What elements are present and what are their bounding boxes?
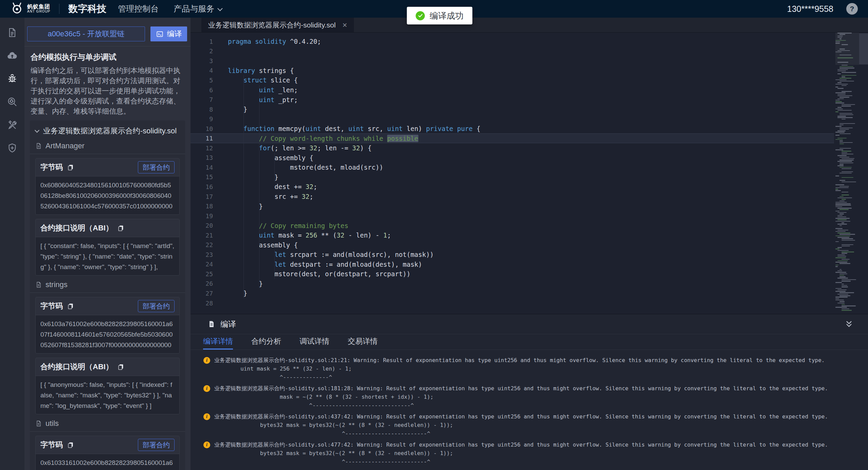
line-number: 21 bbox=[191, 232, 213, 239]
bytecode-label: 字节码 bbox=[40, 301, 63, 311]
tree-file-item-strings[interactable]: strings bbox=[30, 276, 185, 293]
tools-icon[interactable] bbox=[7, 119, 18, 130]
code-line[interactable]: 14 mstore(dest, mload(src)) bbox=[191, 163, 834, 172]
code-text: let destpart := and(mload(dest), mask) bbox=[228, 261, 422, 268]
deploy-contract-button[interactable]: 部署合约 bbox=[138, 300, 175, 312]
account-phone[interactable]: 130****9558 bbox=[787, 4, 833, 14]
minimap[interactable] bbox=[835, 33, 859, 314]
tree-root-file[interactable]: 业务逻辑数据浏览器展示合约-solidity.sol bbox=[30, 120, 185, 137]
line-number: 5 bbox=[191, 77, 213, 84]
code-line[interactable]: 11 // Copy word-length chunks while poss… bbox=[191, 133, 834, 143]
code-line[interactable]: 2 bbox=[191, 46, 834, 56]
copy-icon[interactable] bbox=[117, 225, 124, 232]
scrollbar-thumb[interactable] bbox=[859, 33, 868, 64]
editor-tab-bar: 业务逻辑数据浏览器展示合约-solidity.sol × bbox=[191, 18, 868, 33]
copy-icon[interactable] bbox=[67, 164, 74, 171]
line-number: 27 bbox=[191, 290, 213, 297]
code-line[interactable]: 6 uint _len; bbox=[191, 85, 834, 95]
code-line[interactable]: 17 src += 32; bbox=[191, 192, 834, 202]
deploy-contract-button[interactable]: 部署合约 bbox=[138, 161, 175, 173]
warning-item: i业务逻辑数据浏览器展示合约-solidity.sol:477:42: Warn… bbox=[203, 440, 868, 466]
code-line[interactable]: 18 } bbox=[191, 201, 834, 211]
code-line[interactable]: 4library strings { bbox=[191, 66, 834, 76]
output-tabs: 编译详情合约分析调试详情交易详情 bbox=[191, 334, 868, 350]
code-text: // Copy remaining bytes bbox=[228, 222, 348, 229]
code-line[interactable]: 8 } bbox=[191, 105, 834, 114]
minimap-viewport[interactable] bbox=[835, 33, 859, 65]
copy-icon[interactable] bbox=[67, 441, 74, 449]
code-line[interactable]: 24 let destpart := and(mload(dest), mask… bbox=[191, 260, 834, 269]
cloud-upload-icon[interactable] bbox=[7, 50, 18, 61]
warning-message: 业务逻辑数据浏览器展示合约-solidity.sol:21:21: Warnin… bbox=[214, 356, 825, 364]
abi-card: 合约接口说明（ABI）[ { "anonymous": false, "inpu… bbox=[35, 358, 180, 414]
code-line[interactable]: 25 mstore(dest, or(destpart, srcpart)) bbox=[191, 269, 834, 279]
abi-card-header: 合约接口说明（ABI） bbox=[36, 219, 179, 237]
code-line[interactable]: 22 assembly { bbox=[191, 240, 834, 250]
warning-info-icon: i bbox=[203, 357, 210, 364]
divider bbox=[30, 293, 185, 293]
ant-group-logo[interactable]: 蚂蚁集团 ANT GROUP bbox=[10, 1, 50, 16]
warning-message-row: i业务逻辑数据浏览器展示合约-solidity.sol:181:28: Warn… bbox=[203, 384, 868, 393]
code-line[interactable]: 20 // Copy remaining bytes bbox=[191, 221, 834, 230]
output-tab-3[interactable]: 交易详情 bbox=[348, 334, 378, 350]
help-icon[interactable]: ? bbox=[846, 3, 858, 15]
code-area[interactable]: 1pragma solidity ^0.4.20;234library stri… bbox=[191, 33, 868, 314]
code-line[interactable]: 1pragma solidity ^0.4.20; bbox=[191, 37, 834, 46]
code-line[interactable]: 27 } bbox=[191, 288, 834, 298]
close-icon[interactable]: × bbox=[342, 21, 347, 29]
collapse-panel-icon[interactable] bbox=[844, 319, 854, 329]
code-line[interactable]: 7 uint _ptr; bbox=[191, 95, 834, 105]
deploy-contract-button[interactable]: 部署合约 bbox=[138, 439, 175, 451]
warning-source-line: uint mask = 256 ** (32 - len) - 1; bbox=[203, 364, 868, 373]
code-line[interactable]: 10 function memcpy(uint dest, uint src, … bbox=[191, 124, 834, 134]
code-text: uint _len; bbox=[228, 86, 298, 94]
editor-tab[interactable]: 业务逻辑数据浏览器展示合约-solidity.sol × bbox=[201, 18, 354, 32]
output-tab-1[interactable]: 合约分析 bbox=[251, 334, 281, 350]
line-number: 17 bbox=[191, 193, 213, 200]
code-text: mstore(dest, mload(src)) bbox=[228, 164, 383, 171]
file-explorer-icon[interactable] bbox=[7, 27, 18, 38]
toast-text: 编译成功 bbox=[430, 10, 464, 21]
bytecode-label: 字节码 bbox=[40, 440, 63, 450]
copy-icon[interactable] bbox=[117, 363, 124, 371]
nav-products-menu[interactable]: 产品与服务 bbox=[174, 3, 221, 14]
shield-plus-icon[interactable] bbox=[7, 143, 18, 153]
line-number: 1 bbox=[191, 38, 213, 45]
code-line[interactable]: 23 let srcpart := and(mload(src), not(ma… bbox=[191, 250, 834, 260]
code-line[interactable]: 21 uint mask = 256 ** (32 - len) - 1; bbox=[191, 230, 834, 240]
bytecode-value: 0x6103a761002e600b82828239805160001a607f… bbox=[36, 315, 179, 353]
tree-file-item-utils[interactable]: utils bbox=[30, 414, 185, 431]
chain-select-button[interactable]: a00e36c5 - 开放联盟链 bbox=[27, 26, 145, 41]
code-line[interactable]: 28 bbox=[191, 298, 834, 308]
debug-icon[interactable] bbox=[7, 73, 18, 84]
code-text: pragma solidity ^0.4.20; bbox=[228, 38, 321, 45]
code-text: uint mask = 256 ** (32 - len) - 1; bbox=[228, 231, 391, 239]
bytecode-card-header: 字节码部署合约 bbox=[36, 436, 179, 454]
bytecode-card: 字节码部署合约0x61033161002e600b828282398051600… bbox=[35, 436, 180, 470]
code-text: library strings { bbox=[228, 67, 294, 74]
code-line[interactable]: 13 assembly { bbox=[191, 153, 834, 163]
code-line[interactable]: 16 dest += 32; bbox=[191, 182, 834, 192]
tree-file-item-ArtManager[interactable]: ArtManager bbox=[30, 137, 185, 154]
code-line[interactable]: 5 struct slice { bbox=[191, 75, 834, 85]
copy-icon[interactable] bbox=[67, 303, 74, 310]
warning-message-row: i业务逻辑数据浏览器展示合约-solidity.sol:477:42: Warn… bbox=[203, 440, 868, 449]
code-line[interactable]: 19 bbox=[191, 211, 834, 221]
inspect-debug-search-icon[interactable] bbox=[7, 96, 18, 107]
line-number: 6 bbox=[191, 87, 213, 94]
line-number: 28 bbox=[191, 300, 213, 307]
document-icon bbox=[207, 320, 216, 328]
code-text: struct slice { bbox=[228, 76, 298, 84]
code-line[interactable]: 15 } bbox=[191, 172, 834, 182]
code-line[interactable]: 9 bbox=[191, 114, 834, 124]
output-tab-2[interactable]: 调试详情 bbox=[300, 334, 329, 350]
bytecode-card-header: 字节码部署合约 bbox=[36, 158, 179, 176]
code-line[interactable]: 3 bbox=[191, 56, 834, 66]
output-tab-0[interactable]: 编译详情 bbox=[203, 334, 233, 350]
compile-button[interactable]: 编译 bbox=[150, 26, 187, 41]
line-number: 24 bbox=[191, 261, 213, 268]
indent-guide bbox=[274, 153, 275, 182]
code-line[interactable]: 26 } bbox=[191, 279, 834, 289]
nav-console[interactable]: 管理控制台 bbox=[118, 3, 159, 14]
code-line[interactable]: 12 for(; len >= 32; len -= 32) { bbox=[191, 143, 834, 153]
